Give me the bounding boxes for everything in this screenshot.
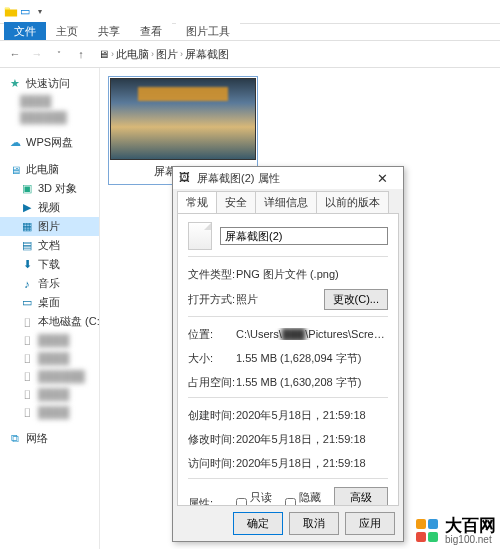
desktop-icon: ▭ <box>20 296 34 310</box>
breadcrumb[interactable]: 🖥 › 此电脑 › 图片 › 屏幕截图 <box>94 45 494 64</box>
disk-icon: ⌷ <box>20 369 34 383</box>
tab-view[interactable]: 查看 <box>130 22 172 40</box>
tab-security[interactable]: 安全 <box>216 191 256 213</box>
disk-icon: ⌷ <box>20 405 34 419</box>
sidebar-documents[interactable]: ▤文档 <box>0 236 99 255</box>
value-location: C:\Users\███\Pictures\Screenshots <box>236 328 388 340</box>
value-accessed: 2020年5月18日，21:59:18 <box>236 456 388 471</box>
tab-share[interactable]: 共享 <box>88 22 130 40</box>
video-icon: ▶ <box>20 201 34 215</box>
label-type: 文件类型: <box>188 267 236 282</box>
picture-icon: ▦ <box>20 220 34 234</box>
crumb-pc[interactable]: 此电脑 <box>116 47 149 62</box>
value-size: 1.55 MB (1,628,094 字节) <box>236 351 388 366</box>
tab-details[interactable]: 详细信息 <box>255 191 317 213</box>
label-open-with: 打开方式: <box>188 292 236 307</box>
sidebar-pinned-1[interactable]: ████ <box>0 93 99 109</box>
tab-file[interactable]: 文件 <box>4 22 46 40</box>
recent-dropdown[interactable]: ˅ <box>50 45 68 63</box>
pc-icon: 🖥 <box>8 163 22 177</box>
nav-sidebar: ★ 快速访问 ████ ██████ ☁ WPS网盘 🖥 此电脑 ▣3D 对象 … <box>0 68 100 549</box>
sidebar-blur-6[interactable]: ⌷████ <box>0 385 99 403</box>
chevron-right-icon: › <box>111 49 114 59</box>
folder-icon <box>4 5 18 19</box>
sidebar-blur-4[interactable]: ⌷████ <box>0 349 99 367</box>
watermark: 大百网 big100.net <box>415 517 496 545</box>
sidebar-this-pc[interactable]: 🖥 此电脑 <box>0 160 99 179</box>
file-type-icon <box>188 222 212 250</box>
sidebar-pictures[interactable]: ▦图片 <box>0 217 99 236</box>
sidebar-blur-7[interactable]: ⌷████ <box>0 403 99 421</box>
ok-button[interactable]: 确定 <box>233 512 283 535</box>
sidebar-label: WPS网盘 <box>26 135 73 150</box>
chevron-right-icon: › <box>180 49 183 59</box>
crumb-screenshots[interactable]: 屏幕截图 <box>185 47 229 62</box>
filename-input[interactable] <box>220 227 388 245</box>
dialog-tabs: 常规 安全 详细信息 以前的版本 <box>173 189 403 213</box>
value-created: 2020年5月18日，21:59:18 <box>236 408 388 423</box>
change-button[interactable]: 更改(C)... <box>324 289 388 310</box>
apply-button[interactable]: 应用 <box>345 512 395 535</box>
sidebar-label: 快速访问 <box>26 76 70 91</box>
up-button[interactable]: ↑ <box>72 45 90 63</box>
pc-icon: 🖥 <box>98 48 109 60</box>
sidebar-label: 网络 <box>26 431 48 446</box>
sidebar-desktop[interactable]: ▭桌面 <box>0 293 99 312</box>
image-file-icon: 🖼 <box>179 171 193 185</box>
document-icon: ▤ <box>20 239 34 253</box>
label-size: 大小: <box>188 351 236 366</box>
sidebar-downloads[interactable]: ⬇下载 <box>0 255 99 274</box>
sidebar-pinned-2[interactable]: ██████ <box>0 109 99 125</box>
label-accessed: 访问时间: <box>188 456 236 471</box>
music-icon: ♪ <box>20 277 34 291</box>
cancel-button[interactable]: 取消 <box>289 512 339 535</box>
sidebar-label: 此电脑 <box>26 162 59 177</box>
crumb-pics[interactable]: 图片 <box>156 47 178 62</box>
sidebar-disk-c[interactable]: ⌷本地磁盘 (C:) <box>0 312 99 331</box>
quick-access-icon[interactable]: ▭ <box>20 5 34 19</box>
readonly-checkbox[interactable]: 只读(R) <box>236 490 275 506</box>
ribbon-tabs: 文件 主页 共享 查看 图片工具 <box>0 24 500 40</box>
hidden-checkbox[interactable]: 隐藏(H) <box>285 490 324 506</box>
disk-icon: ⌷ <box>20 315 34 329</box>
properties-dialog: 🖼 屏幕截图(2) 属性 ✕ 常规 安全 详细信息 以前的版本 文件类型:PNG… <box>172 166 404 542</box>
close-button[interactable]: ✕ <box>367 171 397 186</box>
dialog-title: 屏幕截图(2) 属性 <box>197 171 280 186</box>
star-icon: ★ <box>8 77 22 91</box>
sidebar-wps[interactable]: ☁ WPS网盘 <box>0 133 99 152</box>
cloud-icon: ☁ <box>8 136 22 150</box>
watermark-brand: 大百网 <box>445 517 496 534</box>
watermark-url: big100.net <box>445 534 492 545</box>
chevron-down-icon[interactable]: ▾ <box>38 7 42 16</box>
address-bar: ← → ˅ ↑ 🖥 › 此电脑 › 图片 › 屏幕截图 <box>0 40 500 68</box>
label-attributes: 属性: <box>188 496 236 506</box>
window-titlebar: ▭ ▾ 管理 屏幕截图 <box>0 0 500 24</box>
dialog-button-row: 确定 取消 应用 <box>173 506 403 541</box>
sidebar-video[interactable]: ▶视频 <box>0 198 99 217</box>
dialog-titlebar[interactable]: 🖼 屏幕截图(2) 属性 ✕ <box>173 167 403 189</box>
disk-icon: ⌷ <box>20 351 34 365</box>
tab-previous-versions[interactable]: 以前的版本 <box>316 191 389 213</box>
value-type: PNG 图片文件 (.png) <box>236 267 388 282</box>
label-modified: 修改时间: <box>188 432 236 447</box>
value-open-with: 照片 <box>236 292 324 307</box>
sidebar-music[interactable]: ♪音乐 <box>0 274 99 293</box>
sidebar-network[interactable]: ⧉ 网络 <box>0 429 99 448</box>
tab-home[interactable]: 主页 <box>46 22 88 40</box>
sidebar-quick-access[interactable]: ★ 快速访问 <box>0 74 99 93</box>
label-created: 创建时间: <box>188 408 236 423</box>
forward-button[interactable]: → <box>28 45 46 63</box>
download-icon: ⬇ <box>20 258 34 272</box>
back-button[interactable]: ← <box>6 45 24 63</box>
sidebar-blur-5[interactable]: ⌷██████ <box>0 367 99 385</box>
thumbnail-image <box>110 78 256 160</box>
value-ondisk: 1.55 MB (1,630,208 字节) <box>236 375 388 390</box>
tab-picture-tools[interactable]: 图片工具 <box>176 22 240 40</box>
advanced-button[interactable]: 高级(D)... <box>334 487 388 506</box>
value-modified: 2020年5月18日，21:59:18 <box>236 432 388 447</box>
chevron-right-icon: › <box>151 49 154 59</box>
sidebar-blur-3[interactable]: ⌷████ <box>0 331 99 349</box>
sidebar-3d[interactable]: ▣3D 对象 <box>0 179 99 198</box>
tab-general[interactable]: 常规 <box>177 191 217 213</box>
label-ondisk: 占用空间: <box>188 375 236 390</box>
